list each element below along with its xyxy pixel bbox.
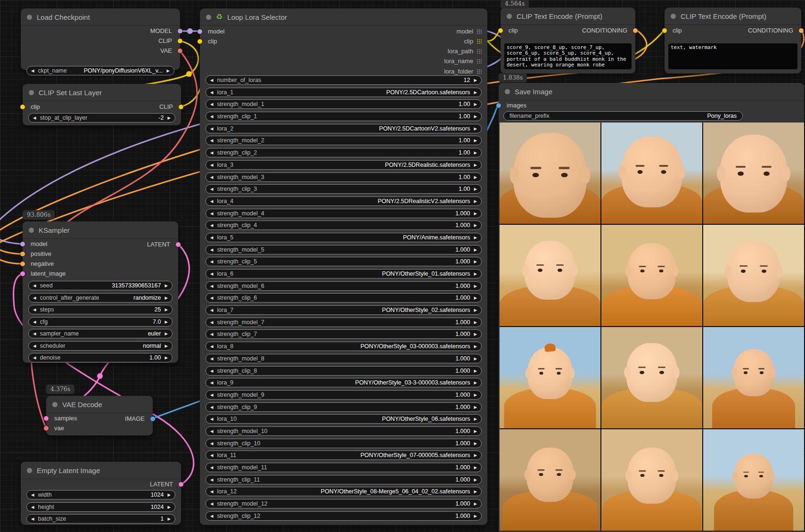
collapse-dot-icon[interactable] xyxy=(27,468,32,473)
decrement-arrow-icon[interactable]: ◀ xyxy=(33,331,36,336)
model-port-icon[interactable] xyxy=(20,242,25,246)
widget-lora_3[interactable]: ◀lora_3PONY/2.5DRealistic.safetensors▶ xyxy=(205,160,482,170)
clip-port-icon[interactable] xyxy=(178,39,182,43)
input-images[interactable]: images xyxy=(499,100,804,110)
input-model[interactable]: model xyxy=(200,26,274,36)
node-title-bar[interactable]: KSampler xyxy=(23,221,178,239)
decrement-arrow-icon[interactable]: ◀ xyxy=(210,356,214,361)
decrement-arrow-icon[interactable]: ◀ xyxy=(210,514,214,518)
increment-arrow-icon[interactable]: ▶ xyxy=(474,477,477,482)
increment-arrow-icon[interactable]: ▶ xyxy=(474,501,477,506)
decrement-arrow-icon[interactable]: ◀ xyxy=(210,284,214,288)
node-title-bar[interactable]: VAE Decode xyxy=(46,396,153,413)
input-positive[interactable]: positive xyxy=(23,249,178,259)
output-lora-folder[interactable]: lora_folder xyxy=(444,66,482,76)
node-clip-set-last-layer[interactable]: CLIP Set Last Layer clip CLIP ◀stop_at_c… xyxy=(23,84,181,125)
decrement-arrow-icon[interactable]: ◀ xyxy=(210,138,214,143)
decrement-arrow-icon[interactable]: ◀ xyxy=(210,235,214,240)
latent-port-icon[interactable] xyxy=(20,271,25,276)
increment-arrow-icon[interactable]: ▶ xyxy=(474,114,477,119)
increment-arrow-icon[interactable]: ▶ xyxy=(474,441,477,446)
monk-portrait-7[interactable] xyxy=(500,327,600,428)
decrement-arrow-icon[interactable]: ◀ xyxy=(210,175,214,180)
widget-strength_model_5[interactable]: ◀strength_model_51.000▶ xyxy=(205,245,482,254)
decrement-arrow-icon[interactable]: ◀ xyxy=(210,259,214,264)
increment-arrow-icon[interactable]: ▶ xyxy=(474,163,477,167)
widget-lora_10[interactable]: ◀lora_10PONY/OtherStyle_06.safetensors▶ xyxy=(205,414,482,424)
decrement-arrow-icon[interactable]: ◀ xyxy=(210,465,214,470)
output-vae[interactable]: VAE xyxy=(21,46,180,56)
decrement-arrow-icon[interactable]: ◀ xyxy=(33,307,36,312)
output-latent[interactable]: LATENT xyxy=(114,239,178,249)
grid-port-icon[interactable] xyxy=(476,69,482,74)
widget-height[interactable]: ◀height1024▶ xyxy=(26,502,175,512)
increment-arrow-icon[interactable]: ▶ xyxy=(474,320,477,325)
widget-strength_clip_5[interactable]: ◀strength_clip_51.000▶ xyxy=(205,257,482,266)
node-clip-text-encode-negative[interactable]: CLIP Text Encode (Prompt) clip CONDITION… xyxy=(665,8,801,74)
node-title-bar[interactable]: Save Image xyxy=(499,83,804,100)
node-title-bar[interactable]: CLIP Text Encode (Prompt) xyxy=(665,8,801,25)
decrement-arrow-icon[interactable]: ◀ xyxy=(210,308,214,312)
monk-portrait-12[interactable] xyxy=(703,429,804,531)
widget-strength_clip_10[interactable]: ◀strength_clip_101.000▶ xyxy=(205,439,482,448)
widget-strength_model_12[interactable]: ◀strength_model_121.000▶ xyxy=(205,499,482,508)
conditioning-port-icon[interactable] xyxy=(799,28,804,33)
increment-arrow-icon[interactable]: ▶ xyxy=(474,235,477,240)
collapse-dot-icon[interactable] xyxy=(52,402,58,407)
output-image[interactable]: IMAGE xyxy=(93,414,153,424)
decrement-arrow-icon[interactable]: ◀ xyxy=(210,332,214,336)
decrement-arrow-icon[interactable]: ◀ xyxy=(210,477,214,482)
decrement-arrow-icon[interactable]: ◀ xyxy=(31,516,34,521)
node-title-bar[interactable]: Empty Latent Image xyxy=(21,462,181,479)
grid-port-icon[interactable] xyxy=(476,29,482,34)
widget-strength_clip_7[interactable]: ◀strength_clip_71.000▶ xyxy=(205,329,482,339)
widget-strength_clip_1[interactable]: ◀strength_clip_11.00▶ xyxy=(205,112,482,121)
increment-arrow-icon[interactable]: ▶ xyxy=(474,489,477,494)
comfyui-canvas[interactable]: { "port_colors":{"model":"#b39ddb","clip… xyxy=(0,0,805,532)
increment-arrow-icon[interactable]: ▶ xyxy=(474,405,477,409)
output-model[interactable]: MODEL xyxy=(21,26,180,36)
decrement-arrow-icon[interactable]: ◀ xyxy=(210,489,214,494)
decrement-arrow-icon[interactable]: ◀ xyxy=(31,492,34,497)
clip-port-icon[interactable] xyxy=(197,39,202,44)
decrement-arrow-icon[interactable]: ◀ xyxy=(210,429,214,434)
widget-number_of_loras[interactable]: ◀number_of_loras12▶ xyxy=(205,75,482,85)
increment-arrow-icon[interactable]: ▶ xyxy=(167,516,171,521)
collapse-dot-icon[interactable] xyxy=(206,15,211,20)
widget-lora_9[interactable]: ◀lora_9PONY/OtherStyle_03-3-000003.safet… xyxy=(205,378,482,387)
widget-strength_clip_3[interactable]: ◀strength_clip_31.00▶ xyxy=(205,184,482,194)
grid-port-icon[interactable] xyxy=(476,49,482,54)
output-lora-path[interactable]: lora_path xyxy=(448,46,482,56)
increment-arrow-icon[interactable]: ▶ xyxy=(474,514,477,518)
clip-port-icon[interactable] xyxy=(20,105,25,109)
decrement-arrow-icon[interactable]: ◀ xyxy=(210,211,214,216)
decrement-arrow-icon[interactable]: ◀ xyxy=(210,271,214,276)
widget-strength_model_10[interactable]: ◀strength_model_101.000▶ xyxy=(205,426,482,436)
node-empty-latent-image[interactable]: Empty Latent Image LATENT ◀width1024▶◀he… xyxy=(21,462,181,525)
decrement-arrow-icon[interactable]: ◀ xyxy=(33,115,36,120)
monk-portrait-2[interactable] xyxy=(601,123,702,224)
widget-lora_11[interactable]: ◀lora_11PONY/OtherStyle_07-000005.safete… xyxy=(205,450,482,460)
prompt-textarea[interactable]: text, watermark xyxy=(668,43,797,69)
increment-arrow-icon[interactable]: ▶ xyxy=(474,247,477,252)
widget-filename_prefix[interactable]: ◀filename_prefixPony_loras▶ xyxy=(503,111,743,121)
input-clip[interactable]: clip xyxy=(200,36,274,46)
increment-arrow-icon[interactable]: ▶ xyxy=(474,429,477,434)
decrement-arrow-icon[interactable]: ◀ xyxy=(210,90,214,95)
increment-arrow-icon[interactable]: ▶ xyxy=(474,138,477,143)
node-title-bar[interactable]: CLIP Set Last Layer xyxy=(23,84,181,101)
decrement-arrow-icon[interactable]: ◀ xyxy=(210,405,214,409)
widget-width[interactable]: ◀width1024▶ xyxy=(26,490,175,499)
clip-port-icon[interactable] xyxy=(662,28,667,33)
decrement-arrow-icon[interactable]: ◀ xyxy=(210,295,214,300)
decrement-arrow-icon[interactable]: ◀ xyxy=(210,368,214,373)
latent-port-icon[interactable] xyxy=(176,242,181,247)
latent-port-icon[interactable] xyxy=(44,416,49,421)
node-ksampler[interactable]: KSampler model positive negative latent_… xyxy=(23,221,178,363)
decrement-arrow-icon[interactable]: ◀ xyxy=(210,417,214,421)
increment-arrow-icon[interactable]: ▶ xyxy=(474,150,477,155)
widget-cfg[interactable]: ◀cfg7.0▶ xyxy=(28,317,172,327)
increment-arrow-icon[interactable]: ▶ xyxy=(474,90,477,95)
increment-arrow-icon[interactable]: ▶ xyxy=(474,308,477,312)
widget-strength_clip_9[interactable]: ◀strength_clip_91.000▶ xyxy=(205,402,482,412)
